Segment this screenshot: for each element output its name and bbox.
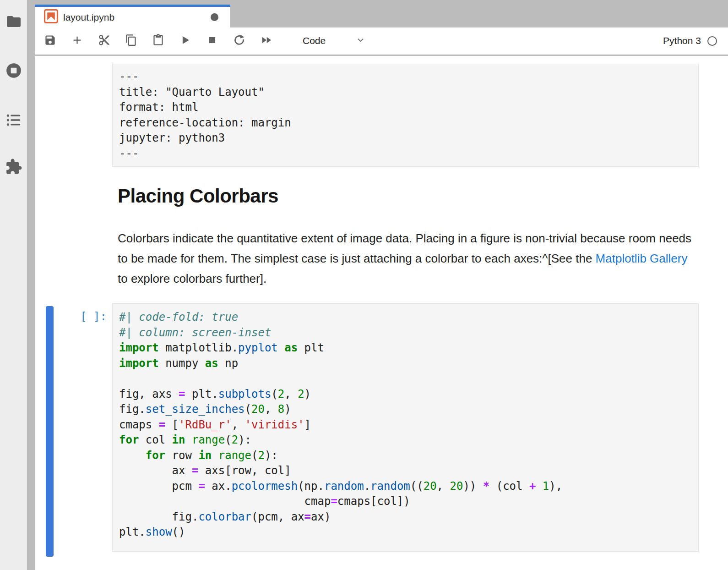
restart-run-all-button[interactable] xyxy=(260,35,272,47)
notebook-content: ---title: "Quarto Layout"format: htmlref… xyxy=(35,56,728,570)
cut-cells-button[interactable] xyxy=(98,35,110,47)
code-line: for row in range(2): xyxy=(119,448,692,464)
active-cell-collapser[interactable] xyxy=(46,306,54,557)
list-icon xyxy=(5,112,22,130)
stop-icon xyxy=(206,34,218,48)
markdown-heading: Placing Colorbars xyxy=(118,185,278,207)
sidebar-item-table-of-contents[interactable] xyxy=(5,112,22,130)
raw-line: reference-location: margin xyxy=(119,115,692,131)
clipboard-icon xyxy=(152,34,164,48)
unsaved-changes-dot xyxy=(211,13,218,21)
play-icon xyxy=(179,34,191,48)
code-line: #| code-fold: true xyxy=(119,310,692,325)
plus-icon xyxy=(71,34,83,48)
puzzle-icon xyxy=(5,158,22,177)
left-sidebar xyxy=(0,0,27,570)
sidebar-item-extension-manager[interactable] xyxy=(5,159,22,176)
refresh-icon xyxy=(233,34,245,48)
code-line: for col in range(2): xyxy=(119,433,692,448)
code-line: pcm = ax.pcolormesh(np.random.random((20… xyxy=(119,479,692,494)
interrupt-kernel-button[interactable] xyxy=(206,35,218,47)
code-cell-editor[interactable]: #| code-fold: true#| column: screen-inse… xyxy=(112,303,699,552)
tab-title: layout.ipynb xyxy=(63,12,114,23)
code-line: import numpy as np xyxy=(119,356,692,372)
run-cell-button[interactable] xyxy=(179,35,191,47)
insert-cell-button[interactable] xyxy=(71,35,83,47)
kernel-name[interactable]: Python 3 xyxy=(663,35,701,46)
notebook-icon xyxy=(44,9,58,25)
copy-icon xyxy=(125,34,137,48)
save-button[interactable] xyxy=(44,35,56,47)
code-line: cmaps = ['RdBu_r', 'viridis'] xyxy=(119,417,692,433)
main-dock-panel: layout.ipynb xyxy=(35,0,728,570)
code-line: cmap=cmaps[col]) xyxy=(119,494,692,510)
raw-cell-editor[interactable]: ---title: "Quarto Layout"format: htmlref… xyxy=(112,64,699,167)
sidebar-item-file-browser[interactable] xyxy=(5,14,22,31)
kernel-status-icon[interactable] xyxy=(707,36,717,46)
code-line xyxy=(119,371,692,387)
copy-cells-button[interactable] xyxy=(125,35,137,47)
stop-circle-icon xyxy=(5,62,22,81)
code-line: plt.show() xyxy=(119,525,692,540)
markdown-paragraph: Colorbars indicate the quantitative exte… xyxy=(118,228,692,289)
code-line: #| column: screen-inset xyxy=(119,325,692,341)
execution-count-prompt: [ ]: xyxy=(53,310,107,323)
cell-type-value: Code xyxy=(303,35,326,46)
paste-cells-button[interactable] xyxy=(152,35,164,47)
matplotlib-gallery-link[interactable]: Matplotlib Gallery xyxy=(596,252,688,265)
raw-line: format: html xyxy=(119,100,692,115)
tab-bar: layout.ipynb xyxy=(35,0,728,27)
code-line: fig.set_size_inches(20, 8) xyxy=(119,402,692,417)
sidebar-item-running-kernels[interactable] xyxy=(5,63,22,80)
cell-type-dropdown[interactable]: Code xyxy=(303,34,366,48)
raw-line: jupyter: python3 xyxy=(119,131,692,146)
raw-line: --- xyxy=(119,146,692,162)
tab-layout-ipynb[interactable]: layout.ipynb xyxy=(35,5,230,27)
notebook-toolbar: Code Python 3 xyxy=(35,27,728,55)
restart-kernel-button[interactable] xyxy=(233,35,245,47)
code-line: ax = axs[row, col] xyxy=(119,463,692,479)
save-icon xyxy=(44,34,56,48)
folder-icon xyxy=(5,13,22,32)
raw-line: --- xyxy=(119,69,692,85)
jupyterlab-window: layout.ipynb xyxy=(0,0,728,570)
scissors-icon xyxy=(98,34,110,48)
code-line: fig, axs = plt.subplots(2, 2) xyxy=(119,387,692,402)
raw-line: title: "Quarto Layout" xyxy=(119,85,692,100)
fast-forward-icon xyxy=(260,34,272,48)
code-line: fig.colorbar(pcm, ax=ax) xyxy=(119,510,692,525)
paragraph-text: to explore colorbars further]. xyxy=(118,272,266,285)
kernel-indicator: Python 3 xyxy=(663,35,717,46)
code-line: import matplotlib.pyplot as plt xyxy=(119,340,692,356)
chevron-down-icon xyxy=(355,34,366,48)
